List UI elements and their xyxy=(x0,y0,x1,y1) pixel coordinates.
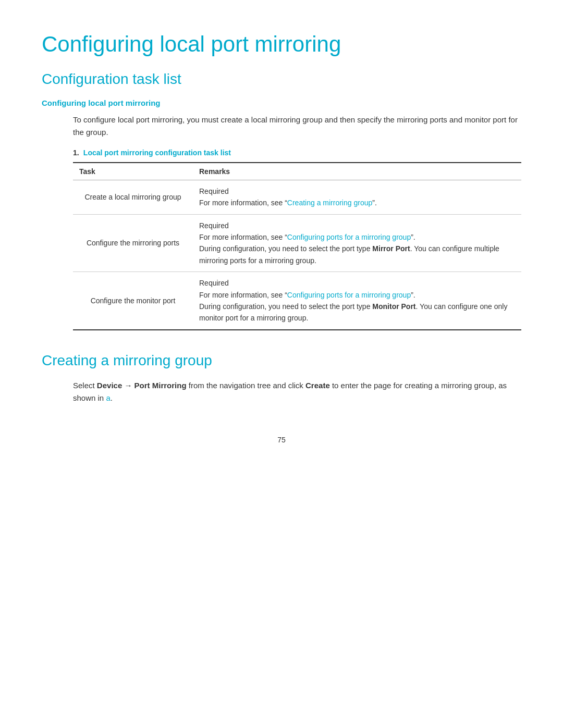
remarks-cell-monitor-port: Required For more information, see “Conf… xyxy=(193,272,521,329)
task-list-number: 1. xyxy=(73,149,79,157)
creating-section-title: Creating a mirroring group xyxy=(42,351,521,370)
subsection-title: Configuring local port mirroring xyxy=(42,98,521,107)
remarks-link-2: For more information, see “Configuring p… xyxy=(199,231,515,243)
remarks-cell-mirroring-ports: Required For more information, see “Conf… xyxy=(193,214,521,272)
col-task: Task xyxy=(73,163,193,180)
creating-intro: Select Device → Port Mirroring from the … xyxy=(73,379,521,404)
remarks-note-2: During configuration, you need to select… xyxy=(199,243,515,266)
remarks-link-1: For more information, see “Creating a mi… xyxy=(199,197,515,208)
table-row: Configure the mirroring ports Required F… xyxy=(73,214,521,272)
link-figure-a[interactable]: a xyxy=(106,393,110,402)
task-cell-create: Create a local mirroring group xyxy=(73,180,193,214)
creating-intro-arrow: → xyxy=(122,381,134,390)
remarks-cell-create: Required For more information, see “Crea… xyxy=(193,180,521,214)
table-row: Configure the monitor port Required For … xyxy=(73,272,521,329)
creating-section: Creating a mirroring group Select Device… xyxy=(42,351,521,404)
section-title: Configuration task list xyxy=(42,70,521,89)
bold-device: Device xyxy=(97,381,122,390)
table-header-row: Task Remarks xyxy=(73,163,521,180)
page-number: 75 xyxy=(42,436,521,444)
bold-monitor-port: Monitor Port xyxy=(372,302,415,311)
page-title: Configuring local port mirroring xyxy=(42,31,521,57)
bold-port-mirroring: Port Mirroring xyxy=(134,381,187,390)
task-list-heading-text: Local port mirroring configuration task … xyxy=(83,149,231,157)
task-cell-mirroring-ports: Configure the mirroring ports xyxy=(73,214,193,272)
remarks-required-3: Required xyxy=(199,277,515,289)
link-configuring-ports-mirroring[interactable]: Configuring ports for a mirroring group xyxy=(287,233,411,241)
intro-text: To configure local port mirroring, you m… xyxy=(73,114,521,139)
link-creating-mirroring-group[interactable]: Creating a mirroring group xyxy=(287,199,372,207)
col-remarks: Remarks xyxy=(193,163,521,180)
task-table-container: Task Remarks Create a local mirroring gr… xyxy=(73,162,521,330)
remarks-link-3: For more information, see “Configuring p… xyxy=(199,289,515,301)
creating-intro-middle: from the navigation tree and click xyxy=(187,381,305,390)
table-row: Create a local mirroring group Required … xyxy=(73,180,521,214)
link-configuring-ports-monitor[interactable]: Configuring ports for a mirroring group xyxy=(287,291,411,299)
bold-mirror-port: Mirror Port xyxy=(372,244,410,253)
remarks-required-1: Required xyxy=(199,186,515,197)
task-list-heading: 1. Local port mirroring configuration ta… xyxy=(73,148,521,157)
task-cell-monitor-port: Configure the monitor port xyxy=(73,272,193,329)
remarks-required-2: Required xyxy=(199,220,515,231)
task-table: Task Remarks Create a local mirroring gr… xyxy=(73,163,521,329)
remarks-note-3: During configuration, you need to select… xyxy=(199,301,515,324)
creating-intro-end: . xyxy=(111,393,113,402)
creating-intro-before: Select xyxy=(73,381,97,390)
bold-create: Create xyxy=(305,381,330,390)
